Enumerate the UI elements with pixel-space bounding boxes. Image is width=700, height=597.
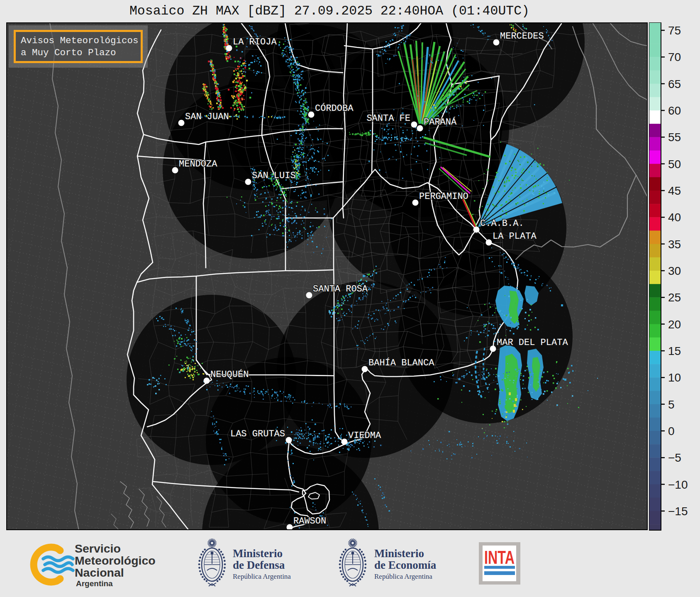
svg-text:Nacional: Nacional [75, 566, 124, 579]
svg-text:CÓRDOBA: CÓRDOBA [315, 103, 354, 114]
svg-text:República Argentina: República Argentina [233, 573, 291, 580]
svg-text:Ministerio: Ministerio [374, 547, 424, 560]
svg-text:20: 20 [668, 318, 681, 331]
svg-text:LA RIOJA: LA RIOJA [233, 37, 277, 47]
svg-text:PERGAMINO: PERGAMINO [419, 191, 468, 202]
svg-text:SANTA FE: SANTA FE [366, 113, 410, 124]
svg-text:Ministerio: Ministerio [233, 547, 283, 560]
svg-text:30: 30 [668, 264, 681, 277]
svg-text:NEUQUÉN: NEUQUÉN [210, 369, 249, 380]
svg-text:República Argentina: República Argentina [374, 573, 432, 580]
svg-text:35: 35 [668, 238, 681, 251]
svg-text:Servicio: Servicio [75, 542, 121, 555]
svg-text:45: 45 [668, 184, 681, 197]
svg-text:de Economía: de Economía [374, 559, 437, 571]
svg-text:5: 5 [668, 398, 675, 411]
svg-text:BAHÍA BLANCA: BAHÍA BLANCA [368, 357, 434, 368]
svg-text:LA PLATA: LA PLATA [493, 231, 537, 242]
svg-text:PARANÁ: PARANÁ [424, 117, 457, 127]
svg-text:65: 65 [668, 78, 681, 91]
svg-text:10: 10 [668, 371, 681, 384]
svg-text:−5: −5 [668, 451, 681, 464]
svg-text:50: 50 [668, 158, 681, 171]
svg-text:75: 75 [668, 24, 681, 37]
svg-text:C.A.B.A.: C.A.B.A. [480, 218, 524, 229]
svg-text:MERCEDES: MERCEDES [500, 31, 544, 42]
svg-text:60: 60 [668, 104, 681, 117]
svg-text:70: 70 [668, 51, 681, 64]
svg-text:INTA: INTA [484, 547, 515, 568]
svg-text:MAR DEL PLATA: MAR DEL PLATA [497, 338, 568, 348]
svg-text:RAWSON: RAWSON [293, 516, 326, 526]
svg-text:LAS GRUTAS: LAS GRUTAS [230, 429, 285, 439]
svg-text:25: 25 [668, 291, 681, 304]
svg-text:SAN LUIS: SAN LUIS [252, 171, 296, 181]
svg-text:Argentina: Argentina [76, 579, 113, 588]
svg-text:SAN JUAN: SAN JUAN [185, 112, 229, 122]
svg-text:Meteorológico: Meteorológico [75, 554, 156, 567]
svg-text:MENDOZA: MENDOZA [179, 159, 217, 169]
svg-text:de Defensa: de Defensa [233, 559, 285, 571]
svg-text:SANTA ROSA: SANTA ROSA [313, 284, 368, 294]
svg-text:−15: −15 [668, 505, 688, 518]
svg-text:15: 15 [668, 345, 681, 357]
svg-text:0: 0 [668, 425, 675, 438]
svg-text:VIEDMA: VIEDMA [348, 431, 381, 441]
svg-text:55: 55 [668, 131, 681, 144]
svg-text:−10: −10 [668, 478, 688, 491]
svg-text:40: 40 [668, 211, 681, 224]
